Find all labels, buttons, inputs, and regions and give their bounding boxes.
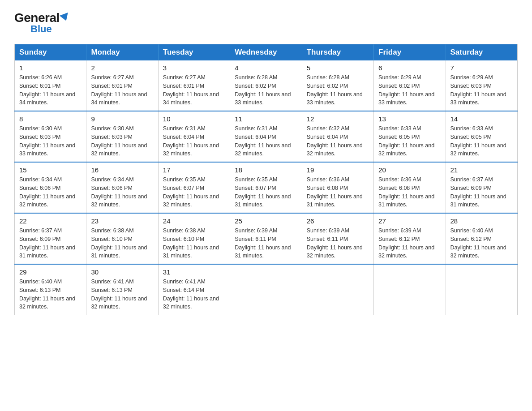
day-info: Sunrise: 6:31 AM Sunset: 6:04 PM Dayligh… [163,124,225,158]
calendar-cell: 27 Sunrise: 6:39 AM Sunset: 6:12 PM Dayl… [374,213,446,264]
day-number: 11 [235,115,297,123]
calendar-cell: 18 Sunrise: 6:35 AM Sunset: 6:07 PM Dayl… [230,162,302,213]
calendar-week-row: 8 Sunrise: 6:30 AM Sunset: 6:03 PM Dayli… [15,111,518,162]
day-info: Sunrise: 6:39 AM Sunset: 6:12 PM Dayligh… [378,227,441,260]
calendar-cell: 28 Sunrise: 6:40 AM Sunset: 6:12 PM Dayl… [446,213,517,264]
day-number: 1 [19,64,82,72]
calendar-cell: 11 Sunrise: 6:31 AM Sunset: 6:04 PM Dayl… [230,111,302,162]
calendar-cell [374,264,446,315]
day-number: 4 [235,64,297,72]
day-number: 7 [450,64,513,72]
day-info: Sunrise: 6:38 AM Sunset: 6:10 PM Dayligh… [91,227,153,260]
calendar-cell: 26 Sunrise: 6:39 AM Sunset: 6:11 PM Dayl… [302,213,373,264]
header-tuesday: Tuesday [158,44,230,61]
day-number: 8 [19,115,82,123]
calendar-cell: 1 Sunrise: 6:26 AM Sunset: 6:01 PM Dayli… [15,60,86,111]
day-number: 19 [307,166,369,174]
day-info: Sunrise: 6:40 AM Sunset: 6:12 PM Dayligh… [450,227,513,260]
calendar-cell: 25 Sunrise: 6:39 AM Sunset: 6:11 PM Dayl… [230,213,302,264]
day-number: 29 [19,268,82,276]
logo-blue-text: Blue [30,23,52,35]
day-info: Sunrise: 6:38 AM Sunset: 6:10 PM Dayligh… [163,227,225,260]
day-number: 23 [91,217,153,225]
day-number: 31 [163,268,225,276]
calendar-cell: 10 Sunrise: 6:31 AM Sunset: 6:04 PM Dayl… [158,111,230,162]
day-number: 5 [307,64,369,72]
day-number: 16 [91,166,153,174]
day-info: Sunrise: 6:29 AM Sunset: 6:02 PM Dayligh… [378,73,441,107]
calendar-cell: 29 Sunrise: 6:40 AM Sunset: 6:13 PM Dayl… [15,264,86,315]
day-info: Sunrise: 6:36 AM Sunset: 6:08 PM Dayligh… [378,176,441,209]
day-info: Sunrise: 6:37 AM Sunset: 6:09 PM Dayligh… [19,227,82,260]
day-info: Sunrise: 6:30 AM Sunset: 6:03 PM Dayligh… [91,124,153,158]
calendar-week-row: 29 Sunrise: 6:40 AM Sunset: 6:13 PM Dayl… [15,264,518,315]
day-info: Sunrise: 6:35 AM Sunset: 6:07 PM Dayligh… [235,176,297,209]
calendar-cell: 12 Sunrise: 6:32 AM Sunset: 6:04 PM Dayl… [302,111,373,162]
day-number: 15 [19,166,82,174]
day-info: Sunrise: 6:37 AM Sunset: 6:09 PM Dayligh… [450,176,513,209]
day-info: Sunrise: 6:31 AM Sunset: 6:04 PM Dayligh… [235,124,297,158]
calendar-cell: 9 Sunrise: 6:30 AM Sunset: 6:03 PM Dayli… [86,111,158,162]
calendar-cell: 5 Sunrise: 6:28 AM Sunset: 6:02 PM Dayli… [302,60,373,111]
calendar-cell: 19 Sunrise: 6:36 AM Sunset: 6:08 PM Dayl… [302,162,373,213]
calendar-cell: 7 Sunrise: 6:29 AM Sunset: 6:03 PM Dayli… [446,60,517,111]
calendar-week-row: 1 Sunrise: 6:26 AM Sunset: 6:01 PM Dayli… [15,60,518,111]
day-number: 27 [378,217,441,225]
day-info: Sunrise: 6:29 AM Sunset: 6:03 PM Dayligh… [450,73,513,107]
day-info: Sunrise: 6:30 AM Sunset: 6:03 PM Dayligh… [19,124,82,158]
calendar-cell: 6 Sunrise: 6:29 AM Sunset: 6:02 PM Dayli… [374,60,446,111]
day-info: Sunrise: 6:27 AM Sunset: 6:01 PM Dayligh… [163,73,225,107]
calendar-cell: 31 Sunrise: 6:41 AM Sunset: 6:14 PM Dayl… [158,264,230,315]
day-info: Sunrise: 6:34 AM Sunset: 6:06 PM Dayligh… [91,176,153,209]
day-number: 17 [163,166,225,174]
day-number: 6 [378,64,441,72]
calendar-cell: 30 Sunrise: 6:41 AM Sunset: 6:13 PM Dayl… [86,264,158,315]
day-info: Sunrise: 6:33 AM Sunset: 6:05 PM Dayligh… [450,124,513,158]
calendar-cell: 15 Sunrise: 6:34 AM Sunset: 6:06 PM Dayl… [15,162,86,213]
calendar-cell: 20 Sunrise: 6:36 AM Sunset: 6:08 PM Dayl… [374,162,446,213]
calendar-table: SundayMondayTuesdayWednesdayThursdayFrid… [14,44,518,315]
calendar-cell: 23 Sunrise: 6:38 AM Sunset: 6:10 PM Dayl… [86,213,158,264]
header-monday: Monday [86,44,158,61]
day-info: Sunrise: 6:27 AM Sunset: 6:01 PM Dayligh… [91,73,153,107]
day-number: 10 [163,115,225,123]
calendar-cell: 24 Sunrise: 6:38 AM Sunset: 6:10 PM Dayl… [158,213,230,264]
calendar-week-row: 15 Sunrise: 6:34 AM Sunset: 6:06 PM Dayl… [15,162,518,213]
day-number: 22 [19,217,82,225]
calendar-cell: 17 Sunrise: 6:35 AM Sunset: 6:07 PM Dayl… [158,162,230,213]
logo: General Blue [14,11,69,35]
day-info: Sunrise: 6:41 AM Sunset: 6:14 PM Dayligh… [163,278,225,311]
day-info: Sunrise: 6:26 AM Sunset: 6:01 PM Dayligh… [19,73,82,107]
day-info: Sunrise: 6:39 AM Sunset: 6:11 PM Dayligh… [307,227,369,260]
day-number: 25 [235,217,297,225]
day-number: 24 [163,217,225,225]
header-wednesday: Wednesday [230,44,302,61]
day-info: Sunrise: 6:40 AM Sunset: 6:13 PM Dayligh… [19,278,82,311]
day-info: Sunrise: 6:32 AM Sunset: 6:04 PM Dayligh… [307,124,369,158]
day-info: Sunrise: 6:33 AM Sunset: 6:05 PM Dayligh… [378,124,441,158]
day-info: Sunrise: 6:35 AM Sunset: 6:07 PM Dayligh… [163,176,225,209]
calendar-cell: 22 Sunrise: 6:37 AM Sunset: 6:09 PM Dayl… [15,213,86,264]
day-number: 26 [307,217,369,225]
day-number: 3 [163,64,225,72]
day-info: Sunrise: 6:36 AM Sunset: 6:08 PM Dayligh… [307,176,369,209]
day-number: 20 [378,166,441,174]
calendar-header-row: SundayMondayTuesdayWednesdayThursdayFrid… [15,44,518,61]
day-info: Sunrise: 6:39 AM Sunset: 6:11 PM Dayligh… [235,227,297,260]
day-number: 13 [378,115,441,123]
day-info: Sunrise: 6:34 AM Sunset: 6:06 PM Dayligh… [19,176,82,209]
calendar-cell: 2 Sunrise: 6:27 AM Sunset: 6:01 PM Dayli… [86,60,158,111]
day-number: 30 [91,268,153,276]
calendar-cell [230,264,302,315]
day-info: Sunrise: 6:28 AM Sunset: 6:02 PM Dayligh… [235,73,297,107]
calendar-cell: 3 Sunrise: 6:27 AM Sunset: 6:01 PM Dayli… [158,60,230,111]
day-number: 28 [450,217,513,225]
day-number: 14 [450,115,513,123]
calendar-cell: 4 Sunrise: 6:28 AM Sunset: 6:02 PM Dayli… [230,60,302,111]
day-number: 9 [91,115,153,123]
calendar-cell [302,264,373,315]
day-number: 2 [91,64,153,72]
calendar-cell [446,264,517,315]
day-number: 21 [450,166,513,174]
header: General Blue [14,11,518,35]
